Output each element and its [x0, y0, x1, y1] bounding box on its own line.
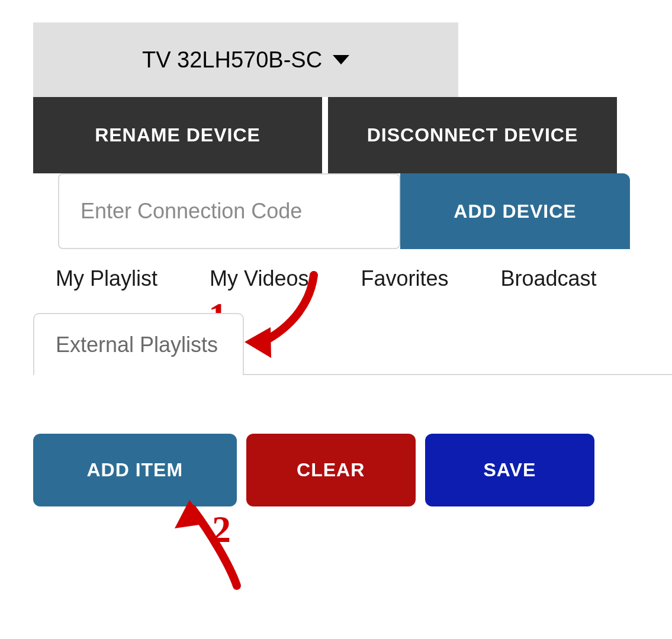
add-item-button[interactable]: ADD ITEM: [33, 434, 237, 506]
tab-external-playlists[interactable]: External Playlists: [33, 313, 244, 375]
add-device-button[interactable]: ADD DEVICE: [400, 173, 630, 249]
disconnect-device-button[interactable]: DISCONNECT DEVICE: [328, 97, 617, 173]
annotation-number-2: 2: [212, 508, 231, 550]
tab-broadcast[interactable]: Broadcast: [501, 266, 597, 291]
tab-my-videos[interactable]: My Videos: [210, 266, 308, 291]
tab-favorites[interactable]: Favorites: [361, 266, 448, 291]
device-selector-label: TV 32LH570B-SC: [142, 47, 322, 73]
annotation-step-2: 2: [212, 508, 231, 551]
caret-down-icon: [333, 55, 349, 64]
connection-code-input[interactable]: [58, 173, 400, 249]
annotation-arrow-2-icon: [166, 500, 261, 595]
action-buttons-row: ADD ITEM CLEAR SAVE: [33, 434, 594, 506]
clear-button[interactable]: CLEAR: [246, 434, 416, 506]
svg-marker-0: [245, 327, 271, 358]
device-selector[interactable]: TV 32LH570B-SC: [33, 22, 458, 97]
device-actions-row: RENAME DEVICE DISCONNECT DEVICE: [33, 97, 617, 173]
save-button[interactable]: SAVE: [425, 434, 594, 506]
tab-external-playlists-label: External Playlists: [56, 333, 218, 357]
tabs-row: My Playlist My Videos Favorites Broadcas…: [56, 266, 597, 291]
tab-underline: [243, 374, 672, 375]
connection-row: ADD DEVICE: [58, 173, 630, 249]
tab-my-playlist[interactable]: My Playlist: [56, 266, 157, 291]
rename-device-button[interactable]: RENAME DEVICE: [33, 97, 322, 173]
